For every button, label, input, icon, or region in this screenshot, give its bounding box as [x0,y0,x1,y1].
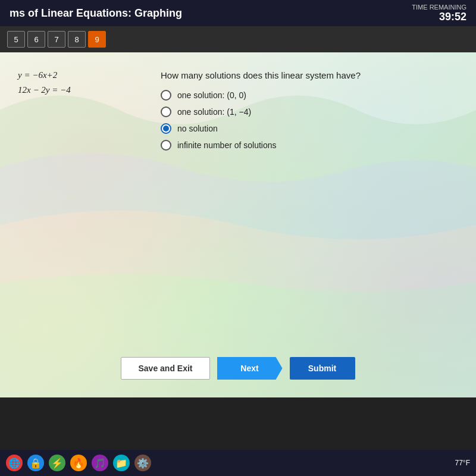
options-list: one solution: (0, 0) one solution: (1, −… [161,90,458,151]
equations-panel: y = −6x+2 12x − 2y = −4 [12,64,143,339]
question-text: How many solutions does this linear syst… [161,70,458,80]
option-4[interactable]: infinite number of solutions [161,140,458,151]
radio-2[interactable] [161,107,171,117]
radio-4[interactable] [161,140,171,151]
radio-1[interactable] [161,90,171,101]
option-3[interactable]: no solution [161,123,458,134]
taskbar-icon-5[interactable]: 🎵 [92,455,108,471]
taskbar-temperature: 77°F [455,459,470,467]
taskbar-icon-1[interactable]: 🌐 [6,455,23,471]
equation-1: y = −6x+2 [18,70,137,80]
taskbar: 🌐 🔒 ⚡ 🔥 🎵 📁 ⚙️ 77°F [0,450,476,476]
option-label-3: no solution [177,124,218,133]
content-area: y = −6x+2 12x − 2y = −4 How many solutio… [12,64,464,339]
question-nav-bar: 5 6 7 8 9 [0,26,476,52]
submit-button[interactable]: Submit [290,357,355,380]
nav-btn-9[interactable]: 9 [88,31,106,48]
taskbar-apps: 🌐 🔒 ⚡ 🔥 🎵 📁 ⚙️ [6,455,151,471]
radio-inner-3 [163,126,169,131]
nav-btn-7[interactable]: 7 [48,31,65,48]
save-exit-button[interactable]: Save and Exit [121,357,209,380]
taskbar-icon-2[interactable]: 🔒 [27,455,44,471]
main-content: y = −6x+2 12x − 2y = −4 How many solutio… [0,52,476,397]
header-bar: ms of Linear Equations: Graphing TIME RE… [0,0,476,26]
radio-3[interactable] [161,123,171,134]
bottom-bar: Save and Exit Next Submit [12,339,464,386]
nav-btn-6[interactable]: 6 [27,31,45,48]
option-label-1: one solution: (0, 0) [177,90,246,100]
taskbar-icon-3[interactable]: ⚡ [49,455,65,471]
option-label-2: one solution: (1, −4) [177,107,251,117]
timer-label: TIME REMAINING [412,4,466,11]
option-label-4: infinite number of solutions [177,140,277,150]
page-title: ms of Linear Equations: Graphing [10,7,182,20]
taskbar-icon-6[interactable]: 📁 [113,455,130,471]
timer-value: 39:52 [412,11,466,23]
nav-btn-5[interactable]: 5 [7,31,25,48]
equation-2: 12x − 2y = −4 [18,85,137,95]
option-1[interactable]: one solution: (0, 0) [161,90,458,101]
taskbar-icon-4[interactable]: 🔥 [70,455,87,471]
nav-btn-8[interactable]: 8 [68,31,86,48]
timer-section: TIME REMAINING 39:52 [412,4,466,23]
next-button[interactable]: Next [217,357,283,380]
taskbar-icon-7[interactable]: ⚙️ [134,455,151,471]
question-panel: How many solutions does this linear syst… [155,64,464,339]
option-2[interactable]: one solution: (1, −4) [161,107,458,117]
